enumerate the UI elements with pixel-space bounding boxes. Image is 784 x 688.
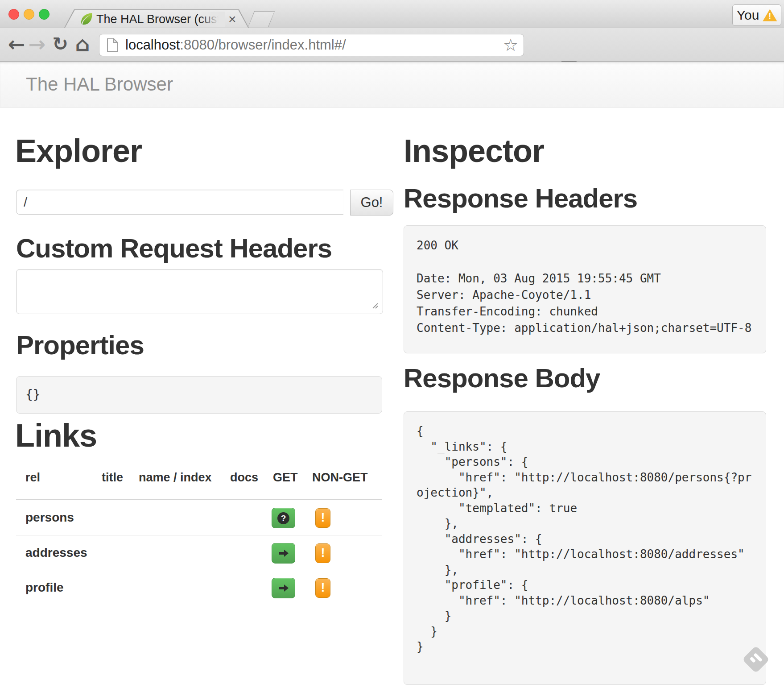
profile-label: You [737, 8, 759, 23]
properties-box: {} [16, 376, 382, 414]
tab-title-fade [200, 12, 225, 27]
resource-path-input[interactable] [16, 190, 343, 215]
column-header-get: GET [273, 471, 298, 485]
browser-toolbar: ← → ↻ ⌂ localhost:8080/browser/index.htm… [0, 28, 784, 62]
get-button-profile[interactable] [272, 578, 295, 598]
response-body-heading: Response Body [404, 365, 600, 392]
links-heading: Links [15, 419, 97, 452]
page-icon [107, 38, 118, 52]
address-bar[interactable]: localhost:8080/browser/index.html#/ ☆ [99, 34, 524, 56]
exclamation-icon: ! [321, 511, 325, 524]
custom-request-headers-heading: Custom Request Headers [16, 235, 332, 262]
get-button-persons[interactable]: ? [272, 508, 295, 528]
zoom-window-button[interactable] [39, 9, 50, 20]
reload-icon[interactable]: ↻ [50, 28, 70, 61]
exclamation-icon: ! [321, 581, 325, 594]
url-text[interactable]: localhost:8080/browser/index.html#/ [125, 37, 346, 53]
forward-icon[interactable]: → [27, 28, 47, 61]
warning-icon: ! [763, 9, 777, 21]
question-circle-icon: ? [277, 512, 289, 524]
rel-label: profile [25, 570, 64, 605]
new-tab-button[interactable] [248, 12, 274, 27]
browser-window: The HAL Browser (customiz × You ! ← → ↻ … [0, 0, 784, 688]
response-headers-text: 200 OK Date: Mon, 03 Aug 2015 19:55:45 G… [404, 226, 766, 348]
response-body-text: { "_links": { "persons": { "href": "http… [404, 412, 766, 666]
url-host: localhost [125, 37, 180, 53]
go-button[interactable]: Go! [350, 190, 393, 216]
table-row: profile ! [16, 570, 382, 605]
explorer-heading: Explorer [15, 135, 142, 167]
properties-value: {} [25, 377, 41, 413]
rel-label: persons [25, 500, 74, 535]
response-headers-heading: Response Headers [404, 185, 637, 212]
custom-request-headers-textarea[interactable] [16, 269, 383, 314]
bookmark-star-icon[interactable]: ☆ [503, 35, 518, 55]
profile-button[interactable]: You ! [732, 4, 781, 26]
table-row: addresses ! [16, 535, 382, 570]
site-title: The HAL Browser [26, 62, 173, 107]
textarea-resize-grip[interactable] [371, 302, 378, 309]
column-header-title: title [102, 471, 123, 485]
exclamation-icon: ! [321, 546, 325, 560]
column-header-docs: docs [230, 471, 258, 485]
minimize-window-button[interactable] [24, 9, 34, 20]
close-window-button[interactable] [8, 9, 19, 20]
non-get-button-persons[interactable]: ! [315, 508, 330, 528]
table-row: persons ? ! [16, 500, 382, 535]
inspector-heading: Inspector [404, 135, 544, 167]
home-icon[interactable]: ⌂ [72, 28, 93, 61]
properties-heading: Properties [16, 332, 144, 359]
spring-leaf-favicon [79, 12, 94, 26]
site-header: The HAL Browser [0, 62, 784, 108]
non-get-button-addresses[interactable]: ! [315, 543, 330, 563]
arrow-right-icon [278, 549, 289, 558]
response-body-box: { "_links": { "persons": { "href": "http… [404, 411, 766, 685]
get-button-addresses[interactable] [272, 543, 295, 564]
response-headers-box: 200 OK Date: Mon, 03 Aug 2015 19:55:45 G… [404, 225, 766, 353]
column-header-non-get: NON-GET [312, 471, 368, 485]
tab-strip: The HAL Browser (customiz × You ! [0, 0, 784, 28]
rel-label: addresses [25, 535, 87, 570]
url-path: :8080/browser/index.html#/ [180, 37, 346, 53]
back-icon[interactable]: ← [6, 28, 27, 61]
arrow-right-icon [278, 584, 289, 593]
column-header-rel: rel [25, 471, 40, 485]
browser-tab[interactable]: The HAL Browser (customiz × [65, 10, 248, 28]
tab-close-icon[interactable]: × [228, 12, 236, 27]
column-header-name: name / index [139, 471, 212, 485]
non-get-button-profile[interactable]: ! [315, 578, 330, 598]
